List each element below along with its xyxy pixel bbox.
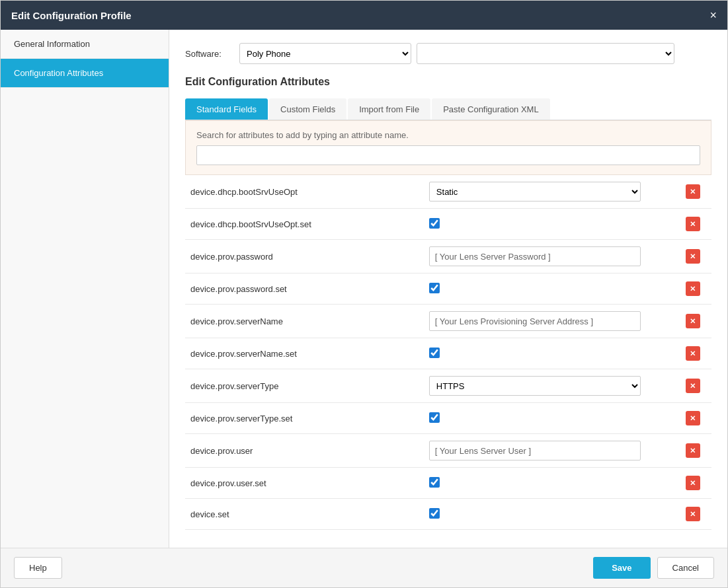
attribute-name: device.dhcp.bootSrvUseOpt [185, 175, 425, 209]
attribute-select[interactable]: StaticDHCPCustom [429, 182, 641, 202]
delete-icon [686, 411, 700, 425]
delete-button[interactable] [684, 248, 702, 265]
software-label: Software: [185, 49, 231, 59]
attribute-input[interactable] [429, 441, 641, 460]
delete-button[interactable] [684, 410, 702, 427]
delete-button[interactable] [684, 280, 702, 297]
delete-button[interactable] [684, 505, 702, 523]
table-row: device.prov.password.set [185, 274, 711, 305]
tabs: Standard Fields Custom Fields Import fro… [185, 98, 711, 120]
table-row: device.prov.user.set [185, 468, 711, 499]
delete-icon [686, 476, 700, 490]
table-row: device.prov.serverType.set [185, 403, 711, 434]
attribute-name: device.prov.user [185, 434, 425, 468]
table-row: device.set [185, 499, 711, 530]
attribute-name: device.prov.serverType.set [185, 403, 425, 434]
table-row: device.prov.serverName.set [185, 338, 711, 369]
close-button[interactable]: × [709, 9, 717, 21]
table-row: device.dhcp.bootSrvUseOpt.set [185, 209, 711, 240]
search-area: Search for attributes to add by typing a… [185, 120, 711, 175]
attribute-select[interactable]: HTTPSHTTPFTP [429, 376, 641, 396]
attribute-name: device.prov.password [185, 240, 425, 274]
table-row: device.prov.serverName [185, 305, 711, 338]
attribute-name: device.set [185, 499, 425, 530]
attribute-input[interactable] [429, 246, 641, 266]
delete-icon [686, 346, 700, 361]
sidebar-item-configuration-attributes[interactable]: Configuration Attributes [1, 59, 169, 88]
delete-icon [686, 217, 700, 231]
software-row: Software: Poly Phone [185, 43, 711, 64]
footer-right: Save Cancel [593, 557, 714, 579]
search-hint: Search for attributes to add by typing a… [196, 130, 700, 140]
table-row: device.prov.password [185, 240, 711, 274]
delete-icon [686, 184, 700, 199]
attribute-name: device.prov.password.set [185, 274, 425, 305]
delete-icon [686, 249, 700, 264]
attribute-input[interactable] [429, 311, 641, 331]
software-select-2[interactable] [417, 43, 674, 64]
delete-icon [686, 314, 700, 328]
attribute-checkbox[interactable] [429, 508, 440, 519]
help-button[interactable]: Help [14, 557, 62, 579]
tab-standard-fields[interactable]: Standard Fields [185, 98, 268, 120]
delete-button[interactable] [684, 215, 702, 233]
table-row: device.dhcp.bootSrvUseOptStaticDHCPCusto… [185, 175, 711, 209]
software-select-1[interactable]: Poly Phone [239, 43, 411, 64]
delete-button[interactable] [684, 474, 702, 492]
delete-icon [686, 379, 700, 393]
delete-icon [686, 507, 700, 521]
delete-button[interactable] [684, 312, 702, 330]
table-row: device.prov.serverTypeHTTPSHTTPFTP [185, 369, 711, 403]
sidebar-item-general-information[interactable]: General Information [1, 30, 169, 59]
section-title: Edit Configuration Attributes [185, 76, 711, 88]
modal: Edit Configuration Profile × General Inf… [0, 0, 728, 588]
table-row: device.prov.user [185, 434, 711, 468]
modal-body: General Information Configuration Attrib… [1, 30, 727, 548]
attributes-table: device.dhcp.bootSrvUseOptStaticDHCPCusto… [185, 175, 711, 530]
modal-footer: Help Save Cancel [1, 548, 727, 587]
tab-import-from-file[interactable]: Import from File [348, 98, 430, 120]
attribute-name: device.prov.user.set [185, 468, 425, 499]
attribute-name: device.dhcp.bootSrvUseOpt.set [185, 209, 425, 240]
delete-icon [686, 443, 700, 458]
attribute-name: device.prov.serverName [185, 305, 425, 338]
modal-title: Edit Configuration Profile [11, 10, 132, 21]
save-button[interactable]: Save [593, 557, 650, 579]
tab-custom-fields[interactable]: Custom Fields [269, 98, 346, 120]
delete-button[interactable] [684, 442, 702, 459]
cancel-button[interactable]: Cancel [657, 557, 714, 579]
search-input[interactable] [196, 145, 700, 165]
attribute-name: device.prov.serverName.set [185, 338, 425, 369]
attribute-checkbox[interactable] [429, 477, 440, 488]
attribute-checkbox[interactable] [429, 348, 440, 358]
attribute-checkbox[interactable] [429, 412, 440, 423]
delete-button[interactable] [684, 377, 702, 394]
sidebar: General Information Configuration Attrib… [1, 30, 169, 548]
delete-button[interactable] [684, 345, 702, 362]
delete-icon [686, 281, 700, 296]
attribute-name: device.prov.serverType [185, 369, 425, 403]
main-content: Software: Poly Phone Edit Configuration … [169, 30, 727, 548]
attribute-checkbox[interactable] [429, 283, 440, 293]
modal-header: Edit Configuration Profile × [1, 1, 727, 30]
delete-button[interactable] [684, 183, 702, 200]
tab-paste-configuration-xml[interactable]: Paste Configuration XML [432, 98, 550, 120]
attribute-checkbox[interactable] [429, 218, 440, 229]
